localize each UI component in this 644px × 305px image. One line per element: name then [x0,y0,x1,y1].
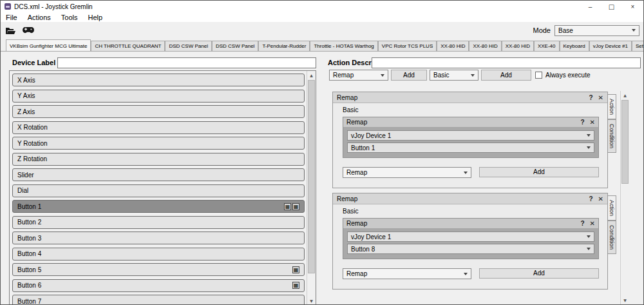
list-item-x-axis[interactable]: X Axis [12,74,305,86]
menu-file[interactable]: File [1,14,23,21]
device-gamepad-icon[interactable] [23,26,34,35]
side-tab-condition[interactable]: Condition [608,221,616,254]
side-tab-action[interactable]: Action [608,94,616,119]
close-icon[interactable]: ✕ [590,220,595,227]
tab-xx80-hid-3[interactable]: XX-80 HID [502,41,534,51]
list-item-slider[interactable]: Slider [12,168,305,181]
tab-xxe-40[interactable]: XXE-40 [534,41,560,51]
list-item-dial[interactable]: Dial [12,184,305,197]
list-item-label: Button 7 [17,298,41,305]
menu-bar: File Actions Tools Help [1,12,643,22]
scrollbar-thumb[interactable] [308,80,315,273]
vjoy-input-dropdown[interactable]: Button 8 [347,244,594,254]
tab-dsd-csw-panel-1[interactable]: DSD CSW Panel [165,41,211,51]
minimize-icon[interactable]: – [580,1,601,12]
vjoy-input-dropdown[interactable]: Button 1 [347,143,594,153]
tab-dsd-csw-panel-2[interactable]: DSD CSW Panel [212,41,258,51]
maximize-icon[interactable]: □ [601,1,622,12]
scrollbar-thumb[interactable] [621,100,629,184]
toolbar: Mode Base [1,22,643,39]
scroll-down-icon[interactable]: ▼ [621,296,629,304]
input-list-items: X Axis Y Axis Z Axis X Rotation Y Rotati… [12,74,305,304]
tab-vkbsim-gunfighter[interactable]: VKBsim Gunfighter MCG Ultimate [6,39,91,52]
list-item-button-5[interactable]: Button 5 ▦ [12,263,305,276]
add-action-type-dropdown[interactable]: Remap [343,268,471,279]
add-action-type-dropdown[interactable]: Remap [343,167,471,178]
close-icon[interactable]: ✕ [598,94,603,101]
menu-actions[interactable]: Actions [23,14,56,21]
list-item-button-7[interactable]: Button 7 [12,295,305,304]
list-item-button-2[interactable]: Button 2 [12,216,305,229]
action-description-input[interactable] [372,57,641,68]
list-item-y-axis[interactable]: Y Axis [12,90,305,103]
scroll-up-icon[interactable]: ▲ [307,71,316,79]
menu-help[interactable]: Help [83,14,108,21]
vjoy-device-dropdown[interactable]: vJoy Device 1 [347,231,594,242]
add-action-button[interactable]: Add [391,70,427,81]
container-type-dropdown[interactable]: Basic [430,70,478,81]
list-item-label: Y Rotation [17,140,48,147]
container-2-side-tabs: Action Condition [608,195,618,254]
list-item-x-rotation[interactable]: X Rotation [12,121,305,134]
tab-throttle-hotas-warthog[interactable]: Throttle - HOTAS Warthog [310,41,377,51]
side-tab-condition[interactable]: Condition [608,119,616,153]
tab-keyboard[interactable]: Keyboard [560,41,589,51]
mapped-action-icon: ▦ [292,266,299,273]
add-container-button[interactable]: Add [481,70,531,81]
list-item-label: Y Axis [17,92,35,99]
close-icon[interactable]: ✕ [598,195,603,202]
list-item-button-6[interactable]: Button 6 ▦ [12,279,305,292]
container-header: Remap ? ✕ [333,193,607,204]
tab-t-pendular-rudder[interactable]: T-Pendular-Rudder [258,41,310,51]
list-item-label: Button 2 [17,219,41,226]
list-item-label: Button 4 [17,250,41,257]
mapping-badges: ▦ [292,266,299,273]
list-item-z-rotation[interactable]: Z Rotation [12,153,305,166]
tab-vpc-rotor-tcs-plus[interactable]: VPC Rotor TCS PLUS [378,41,437,51]
close-icon[interactable]: ✕ [590,119,595,126]
tab-xx80-hid-1[interactable]: XX-80 HID [437,41,469,51]
tab-xx80-hid-2[interactable]: XX-80 HID [469,41,501,51]
open-profile-icon[interactable] [5,26,16,35]
side-tab-action[interactable]: Action [608,195,616,221]
help-icon[interactable]: ? [581,220,585,227]
tab-vjoy-device-1[interactable]: vJoy Device #1 [589,41,632,51]
mode-selector-group: Mode Base [533,25,639,36]
menu-tools[interactable]: Tools [56,14,83,21]
remap-action-widget: Remap ? ✕ vJoy Device 1 Button 1 [343,117,599,158]
help-icon[interactable]: ? [589,94,593,101]
mapped-action-icon: ▦ [292,203,299,210]
vjoy-device-dropdown[interactable]: vJoy Device 1 [347,130,594,141]
help-icon[interactable]: ? [581,119,585,126]
help-icon[interactable]: ? [589,195,593,202]
list-item-z-axis[interactable]: Z Axis [12,105,305,118]
container-1-side-tabs: Action Condition [608,94,618,153]
device-label-input[interactable] [57,57,316,68]
list-item-label: Z Axis [17,108,35,115]
always-execute-checkbox[interactable] [535,72,542,79]
list-item-button-3[interactable]: Button 3 [12,231,305,244]
scroll-down-icon[interactable]: ▼ [307,297,316,305]
scroll-up-icon[interactable]: ▲ [621,91,629,99]
mode-dropdown[interactable]: Base [554,25,639,36]
list-item-button-1[interactable]: Button 1 ▦ ▦ [12,200,305,213]
basic-tab[interactable]: Basic [343,208,358,215]
container-add-button[interactable]: Add [479,167,599,177]
list-item-button-4[interactable]: Button 4 [12,248,305,261]
mapped-action-icon: ▦ [284,203,291,210]
action-panel-scrollbar[interactable]: ▲ ▼ [620,91,629,304]
list-item-y-rotation[interactable]: Y Rotation [12,137,305,150]
list-item-label: Slider [17,172,34,179]
tab-settings[interactable]: Settings [632,41,643,51]
container-add-button[interactable]: Add [479,268,599,279]
container-title: Remap [337,94,357,101]
basic-tab[interactable]: Basic [343,106,358,113]
joystick-gremlin-window: DCS.xml - Joystick Gremlin – □ × File Ac… [0,0,644,305]
tab-ch-throttle-quadrant[interactable]: CH THROTTLE QUADRANT [91,41,165,51]
input-list-scrollbar[interactable]: ▲ ▼ [307,71,316,305]
list-item-label: Button 1 [17,203,41,210]
close-icon[interactable]: × [622,1,643,12]
action-type-dropdown[interactable]: Remap [329,70,388,81]
remap-action-widget: Remap ? ✕ vJoy Device 1 Button 8 [343,218,599,259]
device-tab-bar: VKBsim Gunfighter MCG Ultimate CH THROTT… [1,39,643,52]
